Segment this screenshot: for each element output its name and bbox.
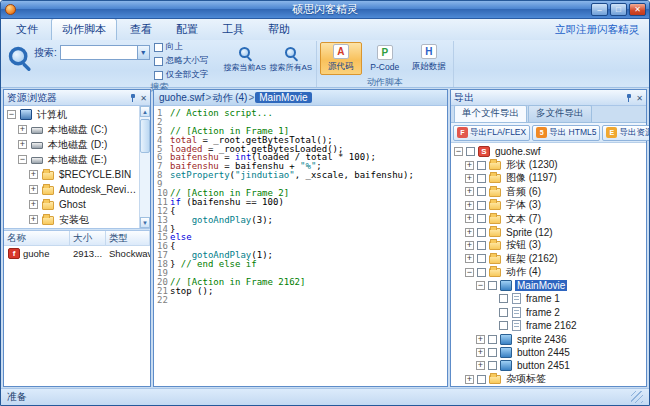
expander-icon[interactable]: + (465, 241, 474, 250)
checkbox-icon[interactable] (477, 201, 486, 210)
checkbox-icon[interactable] (488, 361, 497, 370)
tree-item[interactable]: +杂项标签 (451, 373, 646, 386)
column-header[interactable]: 名称 (4, 231, 70, 245)
checkbox-icon[interactable] (154, 71, 163, 80)
scroll-up-icon[interactable]: ▲ (140, 106, 150, 117)
expander-icon[interactable]: + (465, 214, 474, 223)
checkbox-icon[interactable] (488, 281, 497, 290)
checkbox-icon[interactable] (477, 228, 486, 237)
explorer-scrollbar[interactable]: ▲ ▼ (139, 106, 150, 228)
tree-item[interactable]: −MainMovie (451, 279, 646, 292)
scroll-down-icon[interactable]: ▼ (140, 217, 150, 228)
pin-icon[interactable] (129, 93, 137, 103)
tree-item[interactable]: +button 2451 (451, 359, 646, 372)
expander-icon[interactable]: + (465, 254, 474, 263)
search-option-ignore-case[interactable]: 忽略大小写 (154, 55, 218, 67)
checkbox-icon[interactable] (488, 348, 497, 357)
expander-icon[interactable]: + (465, 375, 474, 384)
expander-icon[interactable]: + (465, 187, 474, 196)
close-icon[interactable] (636, 92, 643, 103)
column-header[interactable]: 类型 (106, 231, 150, 245)
checkbox-icon[interactable] (499, 308, 508, 317)
tree-item[interactable]: +形状 (1230) (451, 158, 646, 171)
tree-item[interactable]: +$RECYCLE.BIN (4, 167, 139, 182)
close-icon[interactable] (140, 92, 147, 103)
tree-item[interactable]: +Ghost (4, 197, 139, 212)
source-code-button[interactable]: A源代码 (320, 42, 362, 75)
tree-item[interactable]: +框架 (2162) (451, 252, 646, 265)
tree-item[interactable]: +字体 (3) (451, 199, 646, 212)
checkbox-icon[interactable] (477, 375, 486, 384)
resize-grip[interactable] (631, 391, 643, 403)
search-current-as-button[interactable]: 搜索当前AS (222, 41, 268, 81)
checkbox-icon[interactable] (477, 187, 486, 196)
raw-data-button[interactable]: H原始数据 (408, 42, 450, 75)
export-fla-button[interactable]: F导出FLA/FLEX (453, 125, 530, 141)
checkbox-icon[interactable] (499, 321, 508, 330)
checkbox-icon[interactable] (477, 241, 486, 250)
tree-item[interactable]: +图像 (1197) (451, 172, 646, 185)
tree-item[interactable]: +文本 (7) (451, 212, 646, 225)
tree-item[interactable]: −计算机 (4, 107, 139, 122)
tree-item[interactable]: frame 2 (451, 306, 646, 319)
expander-icon[interactable]: + (476, 348, 485, 357)
checkbox-icon[interactable] (466, 147, 475, 156)
checkbox-icon[interactable] (154, 43, 163, 52)
maximize-button[interactable] (610, 3, 627, 16)
menu-tab-file[interactable]: 文件 (5, 18, 49, 40)
menu-tab-help[interactable]: 帮助 (257, 18, 301, 40)
checkbox-icon[interactable] (477, 254, 486, 263)
menu-tab-view[interactable]: 查看 (119, 18, 163, 40)
tree-item[interactable]: +本地磁盘 (D:) (4, 137, 139, 152)
expander-icon[interactable]: + (29, 215, 38, 224)
search-option-whole-words[interactable]: 仅全部文字 (154, 69, 218, 81)
expander-icon[interactable]: + (465, 201, 474, 210)
chevron-down-icon[interactable]: ▼ (138, 45, 150, 60)
breadcrumb-segment[interactable]: guohe.swf (159, 92, 205, 103)
tree-item[interactable]: +本地磁盘 (C:) (4, 122, 139, 137)
tree-item[interactable]: +按钮 (3) (451, 239, 646, 252)
tree-item[interactable]: −动作 (4) (451, 266, 646, 279)
expander-icon[interactable]: + (18, 125, 27, 134)
tree-item[interactable]: +安装包 (4, 212, 139, 227)
tab-multi-file-export[interactable]: 多文件导出 (528, 105, 592, 122)
expander-icon[interactable]: + (29, 200, 38, 209)
expander-icon[interactable]: − (7, 110, 16, 119)
expander-icon[interactable]: + (18, 140, 27, 149)
expander-icon[interactable]: − (454, 147, 463, 156)
checkbox-icon[interactable] (477, 174, 486, 183)
breadcrumb-segment[interactable]: 动作 (4) (212, 91, 247, 105)
breadcrumb-segment[interactable]: MainMovie (255, 92, 311, 103)
export-html5-button[interactable]: 5导出 HTML5 (532, 125, 600, 141)
pin-icon[interactable] (625, 93, 633, 103)
checkbox-icon[interactable] (488, 335, 497, 344)
tree-item[interactable]: +音频 (6) (451, 185, 646, 198)
search-option-up[interactable]: 向上 (154, 41, 218, 53)
scroll-thumb[interactable] (140, 119, 150, 153)
expander-icon[interactable]: + (465, 228, 474, 237)
tab-single-file-export[interactable]: 单个文件导出 (454, 105, 527, 122)
tree-item[interactable]: frame 1 (451, 292, 646, 305)
expander-icon[interactable]: − (476, 281, 485, 290)
tree-item[interactable]: −guohe.swf (451, 145, 646, 158)
checkbox-icon[interactable] (477, 268, 486, 277)
close-button[interactable] (629, 3, 646, 16)
checkbox-icon[interactable] (499, 294, 508, 303)
tree-item[interactable]: +button 2445 (451, 346, 646, 359)
tree-item[interactable]: +Autodesk_Revit_2016_E (4, 182, 139, 197)
menu-tab-config[interactable]: 配置 (165, 18, 209, 40)
expander-icon[interactable]: − (465, 268, 474, 277)
minimize-button[interactable] (591, 3, 608, 16)
expander-icon[interactable]: + (29, 170, 38, 179)
search-input[interactable] (60, 45, 138, 60)
tree-item[interactable]: −本地磁盘 (E:) (4, 152, 139, 167)
menu-tab-tools[interactable]: 工具 (211, 18, 255, 40)
file-row[interactable]: guohe2913...Shockwave F... (4, 246, 150, 260)
expander-icon[interactable]: + (465, 174, 474, 183)
search-all-as-button[interactable]: 搜索所有AS (268, 41, 314, 81)
checkbox-icon[interactable] (154, 57, 163, 66)
expander-icon[interactable]: + (476, 361, 485, 370)
checkbox-icon[interactable] (477, 161, 486, 170)
menu-tab-actionscript[interactable]: 动作脚本 (51, 18, 117, 40)
tree-item[interactable]: +Sprite (12) (451, 225, 646, 238)
